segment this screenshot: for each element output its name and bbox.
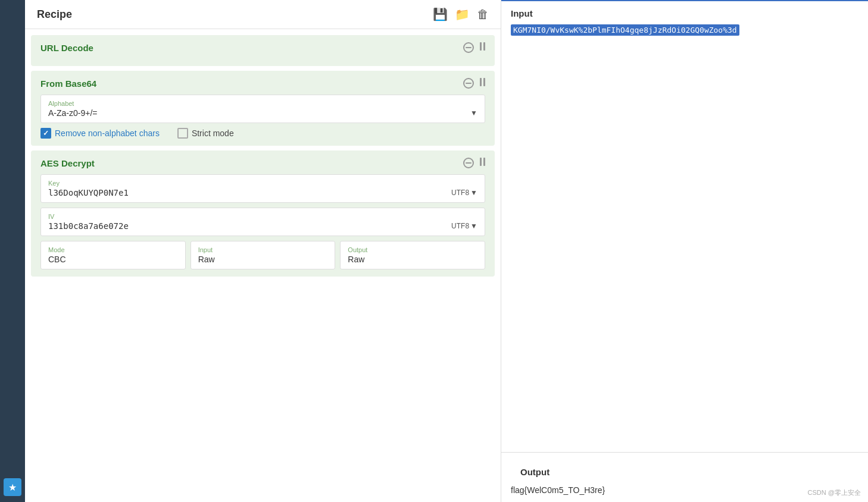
remove-non-alphabet-checkbox[interactable] [40, 128, 51, 139]
from-base64-controls [463, 78, 485, 89]
input-type-label: Input [198, 246, 328, 253]
output-type-label: Output [348, 246, 477, 253]
key-label: Key [48, 180, 477, 187]
iv-value-row: 131b0c8a7a6e072e UTF8 ▼ [48, 221, 477, 231]
aes-decrypt-pause-icon[interactable] [480, 158, 485, 168]
folder-icon[interactable]: 📁 [455, 7, 470, 21]
recipe-content: URL Decode From Base64 [25, 29, 501, 283]
url-decode-block: URL Decode [31, 35, 495, 66]
sidebar-strip: ★ [0, 0, 25, 502]
from-base64-header: From Base64 [40, 78, 485, 89]
input-type-field[interactable]: Input Raw [191, 241, 336, 269]
from-base64-title: From Base64 [40, 79, 96, 89]
strict-mode-checkbox[interactable] [177, 128, 188, 139]
watermark: CSDN @零上安全 [808, 488, 861, 497]
remove-non-alphabet-item[interactable]: Remove non-alphabet chars [40, 128, 160, 139]
url-decode-title: URL Decode [40, 43, 93, 53]
mode-field[interactable]: Mode CBC [40, 241, 186, 269]
recipe-title: Recipe [37, 8, 72, 21]
key-value-row: l36DoqKUYQP0N7e1 UTF8 ▼ [48, 188, 477, 197]
output-value: flag{WelC0m5_TO_H3re} [511, 485, 858, 495]
sidebar-star[interactable]: ★ [4, 478, 21, 496]
output-type-field[interactable]: Output Raw [340, 241, 485, 269]
recipe-panel: Recipe 💾 📁 🗑 URL Decode [25, 0, 501, 502]
aes-decrypt-controls [463, 158, 485, 168]
alphabet-label: Alphabet [48, 100, 477, 107]
key-encoding[interactable]: UTF8 ▼ [451, 189, 477, 197]
input-section: Input KGM7NI0/WvKswK%2bPlmFIhO4gqe8jJzRd… [501, 0, 868, 453]
key-value: l36DoqKUYQP0N7e1 [48, 188, 129, 197]
from-base64-disable-icon[interactable] [463, 78, 474, 89]
iv-label: IV [48, 213, 477, 220]
strict-mode-item[interactable]: Strict mode [177, 128, 234, 139]
aes-decrypt-title: AES Decrypt [40, 158, 95, 168]
mode-value: CBC [48, 255, 178, 264]
star-icon: ★ [8, 482, 17, 493]
url-decode-disable-icon[interactable] [463, 42, 474, 53]
aes-decrypt-disable-icon[interactable] [463, 158, 474, 168]
from-base64-pause-icon[interactable] [480, 78, 485, 89]
iv-encoding[interactable]: UTF8 ▼ [451, 222, 477, 230]
alphabet-value: A-Za-z0-9+/= [48, 108, 97, 118]
recipe-header: Recipe 💾 📁 🗑 [25, 0, 501, 29]
aes-decrypt-block: AES Decrypt Key l36DoqKUYQP0N7e1 UTF8 [31, 150, 495, 277]
mode-row: Mode CBC Input Raw Output Raw [40, 241, 485, 269]
input-text-area[interactable]: KGM7NI0/WvKswK%2bPlmFIhO4gqe8jJzRdOi02GQ… [501, 23, 868, 452]
checkboxes-row: Remove non-alphabet chars Strict mode [40, 128, 485, 139]
input-highlighted-text[interactable]: KGM7NI0/WvKswK%2bPlmFIhO4gqe8jJzRdOi02GQ… [511, 24, 739, 36]
save-icon[interactable]: 💾 [433, 7, 448, 21]
url-decode-controls [463, 42, 485, 53]
key-field: Key l36DoqKUYQP0N7e1 UTF8 ▼ [40, 174, 485, 203]
recipe-toolbar: 💾 📁 🗑 [433, 7, 489, 21]
alphabet-dropdown-arrow[interactable]: ▼ [470, 109, 477, 117]
url-decode-header: URL Decode [40, 42, 485, 53]
mode-label: Mode [48, 246, 178, 253]
input-section-label: Input [501, 1, 868, 23]
alphabet-field[interactable]: Alphabet A-Za-z0-9+/= ▼ [40, 95, 485, 123]
output-type-value: Raw [348, 255, 477, 264]
right-panel: Input KGM7NI0/WvKswK%2bPlmFIhO4gqe8jJzRd… [501, 0, 868, 502]
url-decode-pause-icon[interactable] [480, 42, 485, 53]
output-section-label: Output [511, 460, 858, 482]
aes-decrypt-header: AES Decrypt [40, 158, 485, 168]
strict-mode-label: Strict mode [192, 128, 234, 138]
iv-field: IV 131b0c8a7a6e072e UTF8 ▼ [40, 208, 485, 236]
from-base64-block: From Base64 Alphabet A-Za-z0-9+/= ▼ [31, 71, 495, 146]
main-layout: Recipe 💾 📁 🗑 URL Decode [25, 0, 868, 502]
alphabet-value-row: A-Za-z0-9+/= ▼ [48, 108, 477, 118]
iv-value: 131b0c8a7a6e072e [48, 221, 129, 231]
trash-icon[interactable]: 🗑 [477, 8, 489, 21]
remove-non-alphabet-label: Remove non-alphabet chars [55, 128, 160, 138]
input-type-value: Raw [198, 255, 328, 264]
